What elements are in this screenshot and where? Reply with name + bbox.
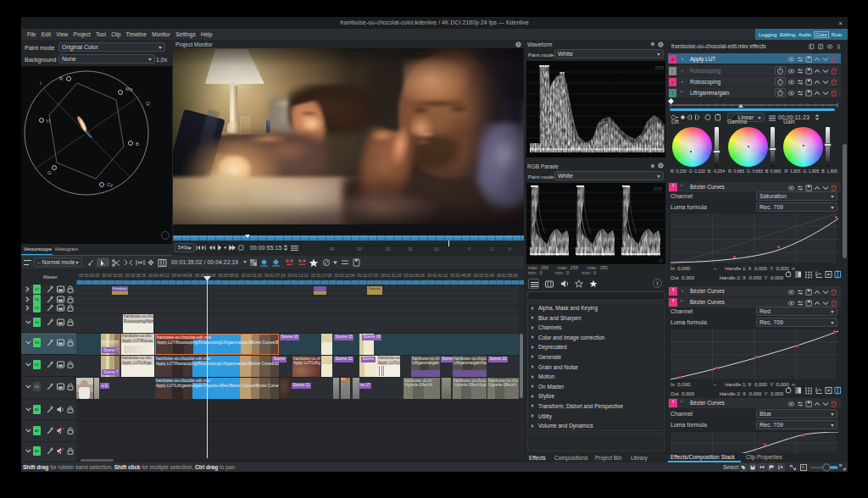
svg-text:R: R bbox=[59, 76, 64, 81]
svg-text:0: 0 bbox=[659, 258, 663, 263]
svg-text:255: 255 bbox=[654, 186, 663, 191]
svg-text:Yl: Yl bbox=[46, 119, 50, 124]
svg-text:Cy: Cy bbox=[107, 182, 113, 187]
svg-text:I: I bbox=[40, 80, 42, 86]
svg-text:B: B bbox=[136, 141, 139, 147]
svg-text:Mg: Mg bbox=[125, 86, 132, 91]
svg-text:G: G bbox=[47, 170, 52, 175]
svg-text:Q: Q bbox=[146, 101, 150, 106]
